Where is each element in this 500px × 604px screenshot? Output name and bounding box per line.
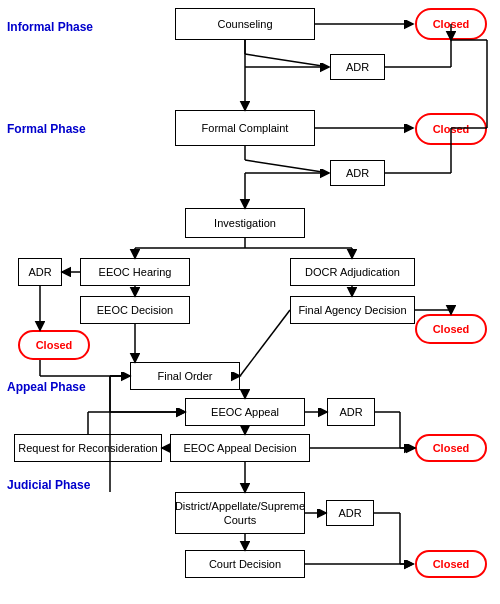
informal-phase-label: Informal Phase: [7, 20, 93, 34]
formal-complaint-box: Formal Complaint: [175, 110, 315, 146]
investigation-box: Investigation: [185, 208, 305, 238]
closed-pill-5: Closed: [415, 434, 487, 462]
judicial-phase-label: Judicial Phase: [7, 478, 90, 492]
eeoc-decision-box: EEOC Decision: [80, 296, 190, 324]
flowchart: Informal Phase Formal Phase Appeal Phase…: [0, 0, 500, 604]
closed-pill-3: Closed: [18, 330, 90, 360]
svg-line-3: [245, 54, 329, 67]
svg-line-12: [245, 160, 329, 173]
closed-pill-2: Closed: [415, 113, 487, 145]
court-decision-box: Court Decision: [185, 550, 305, 578]
request-reconsideration-box: Request for Reconsideration: [14, 434, 162, 462]
adr1-box: ADR: [330, 54, 385, 80]
closed-pill-1: Closed: [415, 8, 487, 40]
adr3-box: ADR: [18, 258, 62, 286]
adr4-box: ADR: [327, 398, 375, 426]
final-order-box: Final Order: [130, 362, 240, 390]
adr2-box: ADR: [330, 160, 385, 186]
docr-box: DOCR Adjudication: [290, 258, 415, 286]
adr5-box: ADR: [326, 500, 374, 526]
closed-pill-6: Closed: [415, 550, 487, 578]
svg-line-34: [240, 310, 290, 376]
courts-box: District/Appellate/Supreme Courts: [175, 492, 305, 534]
eeoc-hearing-box: EEOC Hearing: [80, 258, 190, 286]
final-agency-box: Final Agency Decision: [290, 296, 415, 324]
eeoc-appeal-box: EEOC Appeal: [185, 398, 305, 426]
eeoc-appeal-decision-box: EEOC Appeal Decision: [170, 434, 310, 462]
closed-pill-4: Closed: [415, 314, 487, 344]
formal-phase-label: Formal Phase: [7, 122, 86, 136]
counseling-box: Counseling: [175, 8, 315, 40]
appeal-phase-label: Appeal Phase: [7, 380, 86, 394]
